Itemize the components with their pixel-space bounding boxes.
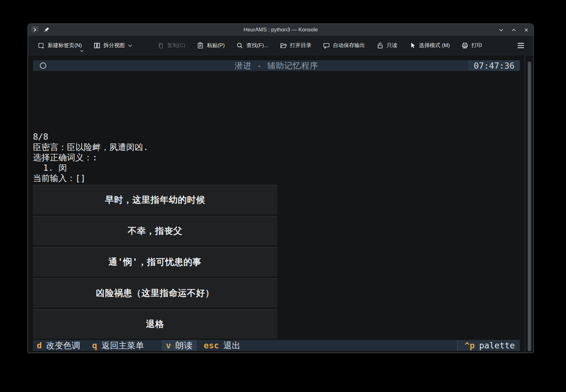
new-tab-label: 新建标签页(N)	[48, 42, 82, 49]
select-mode-label: 选择模式 (M)	[419, 42, 450, 49]
tui-footer-bar: d 改变色调 q 返回主菜单 v 朗读 esc 退出 ^p palette	[33, 340, 520, 351]
read-only-label: 只读	[387, 42, 397, 49]
shortcut-read-aloud[interactable]: v 朗读	[162, 340, 197, 351]
copy-button[interactable]: 复制(C)	[157, 42, 186, 49]
backspace-option-button[interactable]: 退格	[33, 309, 277, 339]
shortcut-key: v	[166, 341, 171, 350]
hamburger-icon	[516, 41, 525, 50]
clock-display: 07:47:36	[468, 60, 520, 71]
titlebar: HeurAMS : python3 — Konsole	[28, 24, 533, 36]
shortcut-main-menu[interactable]: q 返回主菜单	[92, 340, 144, 351]
tui-app-title: 潜进 - 辅助记忆程序	[33, 60, 520, 71]
chevron-down-icon	[499, 27, 504, 33]
read-only-button[interactable]: 只读	[376, 42, 397, 49]
chevron-down-icon	[128, 44, 132, 47]
printer-icon	[461, 42, 469, 49]
question-block: 8/8 臣密言：臣以险衅，夙遭闵凶. 选择正确词义：: 1. 闵 当前输入：[]	[33, 132, 148, 183]
find-label: 查找(F)...	[246, 42, 268, 49]
shortcut-key: ^p	[465, 341, 475, 350]
prompt-line: 选择正确词义：:	[33, 152, 148, 163]
menu-button[interactable]	[516, 41, 525, 50]
shortcut-change-theme[interactable]: d 改变色调	[37, 340, 80, 351]
shortcut-key: q	[92, 341, 97, 350]
split-view-button[interactable]: 拆分视图	[93, 42, 132, 49]
window-title: HeurAMS : python3 — Konsole	[28, 27, 533, 33]
sentence-line: 臣密言：臣以险衅，夙遭闵凶.	[33, 142, 148, 152]
open-folder-icon	[280, 42, 287, 49]
select-mode-button[interactable]: 选择模式 (M)	[409, 42, 450, 49]
find-button[interactable]: 查找(F)...	[236, 42, 268, 49]
word-item: 1. 闵	[33, 163, 148, 173]
tui-header-bar: 潜进 - 辅助记忆程序 07:47:36	[33, 60, 520, 71]
shortcut-label: 返回主菜单	[102, 340, 144, 351]
close-button[interactable]	[523, 27, 529, 33]
chevron-right-icon	[32, 27, 37, 32]
output-bubble-icon	[323, 42, 330, 49]
shortcut-label: 朗读	[175, 340, 192, 351]
shortcut-label: 改变色调	[46, 340, 80, 351]
copy-icon	[157, 42, 164, 49]
konsole-window: HeurAMS : python3 — Konsole	[28, 24, 534, 353]
scrollbar-thumb[interactable]	[528, 62, 531, 351]
close-icon	[524, 27, 529, 33]
current-input-line: 当前输入：[]	[33, 173, 148, 183]
split-view-icon	[93, 42, 101, 49]
shortcut-key: esc	[204, 341, 219, 350]
autosave-output-label: 自动保存输出	[333, 42, 365, 49]
minimize-button[interactable]	[498, 27, 504, 33]
paste-button[interactable]: 粘贴(P)	[197, 42, 225, 49]
terminal-area[interactable]: 潜进 - 辅助记忆程序 07:47:36 8/8 臣密言：臣以险衅，夙遭闵凶. …	[28, 55, 533, 353]
progress-counter: 8/8	[33, 132, 148, 142]
tab-indicator-button[interactable]	[31, 26, 39, 34]
shortcut-label: 退出	[224, 340, 240, 351]
paste-icon	[197, 42, 204, 49]
scrollbar-track[interactable]	[525, 55, 525, 353]
open-directory-button[interactable]: 打开目录	[280, 42, 311, 49]
maximize-button[interactable]	[511, 27, 516, 33]
copy-label: 复制(C)	[167, 42, 186, 49]
pin-icon	[43, 26, 50, 34]
split-view-label: 拆分视图	[104, 42, 125, 49]
paste-label: 粘贴(P)	[207, 42, 225, 49]
cursor-icon	[409, 42, 416, 49]
answer-options: 早时，这里指年幼的时候 不幸，指丧父 通'悯'，指可忧患的事 凶险祸患（这里指命…	[33, 185, 277, 340]
chevron-up-icon	[511, 27, 516, 33]
option-button-1[interactable]: 早时，这里指年幼的时候	[33, 185, 277, 214]
new-tab-icon	[37, 42, 45, 49]
new-tab-button[interactable]: 新建标签页(N)	[37, 42, 82, 49]
shortcut-palette[interactable]: ^p palette	[458, 340, 520, 351]
pin-button[interactable]	[43, 26, 50, 34]
option-button-3[interactable]: 通'悯'，指可忧患的事	[33, 247, 277, 277]
option-button-4[interactable]: 凶险祸患（这里指命运不好）	[33, 278, 277, 308]
lock-open-icon	[376, 42, 384, 49]
shortcut-label: palette	[479, 341, 515, 350]
toolbar: 新建标签页(N) 拆分视图 复制(C)	[28, 36, 533, 55]
print-button[interactable]: 打印	[461, 42, 482, 49]
print-label: 打印	[472, 42, 482, 49]
shortcut-exit[interactable]: esc 退出	[204, 340, 240, 351]
autosave-output-button[interactable]: 自动保存输出	[323, 42, 365, 49]
option-button-2[interactable]: 不幸，指丧父	[33, 216, 277, 245]
search-icon	[236, 42, 244, 49]
shortcut-key: d	[37, 341, 42, 350]
dropdown-chevron-icon	[80, 50, 84, 52]
open-directory-label: 打开目录	[290, 42, 311, 49]
